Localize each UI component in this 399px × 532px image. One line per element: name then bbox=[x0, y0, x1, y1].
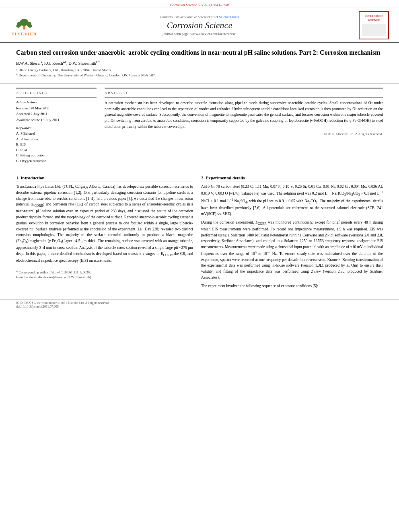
keyword-2: A. Polarization bbox=[16, 137, 97, 142]
authors: B.W.A. Sherara, P.G. Keecha,b, D.W. Shoe… bbox=[16, 60, 383, 66]
abstract-heading: ABSTRACT bbox=[105, 91, 383, 95]
svg-point-5 bbox=[28, 24, 32, 28]
keyword-3: B. EIS bbox=[16, 142, 97, 148]
keyword-5: C. Pitting corrosion bbox=[16, 153, 97, 158]
top-banner: Corrosion Science 53 (2011) 3643–3650 bbox=[0, 0, 399, 8]
word-one: One bbox=[84, 191, 90, 195]
bottom-bar: 0010-938X/$ – see front matter © 2011 El… bbox=[0, 299, 399, 310]
cs-logo-details bbox=[362, 23, 386, 36]
divider bbox=[16, 97, 97, 98]
footnote-section: * Corresponding author. Tel.: +1 519 661… bbox=[16, 268, 193, 280]
abstract-column: ABSTRACT A corrosion mechanism has been … bbox=[105, 88, 383, 167]
accepted-date: Accepted 2 July 2011 bbox=[16, 111, 97, 117]
abstract-divider bbox=[105, 97, 383, 98]
available-date: Available online 13 July 2011 bbox=[16, 117, 97, 123]
article-info-heading: ARTICLE INFO bbox=[16, 91, 97, 95]
svg-point-4 bbox=[16, 24, 21, 28]
introduction-column: 1. Introduction TransCanada Pipe Lines L… bbox=[16, 175, 193, 291]
article-title: Carbon steel corrosion under anaerobic–a… bbox=[16, 48, 383, 57]
introduction-heading: 1. Introduction bbox=[16, 175, 193, 181]
cs-logo-box: CORROSIONSCIENCE bbox=[359, 11, 389, 39]
page-container: Corrosion Science 53 (2011) 3643–3650 EL… bbox=[0, 0, 399, 532]
cs-logo-title: CORROSIONSCIENCE bbox=[365, 14, 383, 22]
doi-line: doi:10.1016/j.corsci.2011.07.008 bbox=[16, 305, 383, 308]
affiliation-a: ᵃ Blade Energy Partners, Ltd., Houston, … bbox=[16, 68, 383, 73]
elsevier-brand: ELSEVIER bbox=[11, 31, 37, 36]
journal-title: Corrosion Science bbox=[44, 20, 355, 31]
keywords-heading: Keywords: bbox=[16, 126, 97, 130]
article-history-label: Article history: bbox=[16, 100, 97, 104]
experimental-paragraph-2: During the corrosion experiment, ECORR w… bbox=[201, 220, 383, 281]
elsevier-tree-icon bbox=[12, 14, 36, 31]
sciencedirect-link[interactable]: ScienceDirect bbox=[219, 15, 239, 19]
issn-line: 0010-938X/$ – see front matter © 2011 El… bbox=[16, 301, 383, 305]
body-section: 1. Introduction TransCanada Pipe Lines L… bbox=[0, 171, 399, 295]
article-title-section: Carbon steel corrosion under anaerobic–a… bbox=[0, 43, 399, 84]
journal-homepage: journal homepage: www.elsevier.com/locat… bbox=[44, 32, 355, 36]
elsevier-logo: ELSEVIER bbox=[8, 14, 40, 36]
experimental-paragraph-1: A516 Gr 70 carbon steel (0.23 C; 1.11 Mn… bbox=[201, 184, 383, 217]
email-footnote: E-mail address: dwshoesm@uwo.ca (D.W. Sh… bbox=[16, 275, 193, 280]
article-info-abstract-section: ARTICLE INFO Article history: Received 3… bbox=[0, 84, 399, 171]
experimental-column: 2. Experimental details A516 Gr 70 carbo… bbox=[201, 175, 383, 291]
email-value: dwshoesm@uwo.ca (D.W. Shoesmith). bbox=[38, 275, 92, 279]
affiliations: ᵃ Blade Energy Partners, Ltd., Houston, … bbox=[16, 68, 383, 78]
keyword-6: C. Oxygen reduction bbox=[16, 158, 97, 164]
keyword-1: A. Mild steel bbox=[16, 131, 97, 137]
experimental-paragraph-3: The experiment involved the following se… bbox=[201, 283, 383, 289]
affiliation-b: ᵇ Department of Chemistry, The Universit… bbox=[16, 73, 383, 78]
copyright-line: © 2011 Elsevier Ltd. All rights reserved… bbox=[105, 132, 383, 136]
experimental-heading: 2. Experimental details bbox=[201, 175, 383, 181]
received-date: Received 30 May 2011 bbox=[16, 105, 97, 111]
article-info-column: ARTICLE INFO Article history: Received 3… bbox=[16, 88, 97, 167]
email-label: E-mail address: bbox=[16, 275, 37, 279]
corresponding-author-footnote: * Corresponding author. Tel.: +1 519 661… bbox=[16, 270, 193, 275]
header-center: Contents lists available at ScienceDirec… bbox=[44, 15, 355, 36]
sciencedirect-line: Contents lists available at ScienceDirec… bbox=[44, 15, 355, 19]
corrosion-science-logo: CORROSIONSCIENCE bbox=[359, 11, 391, 39]
introduction-paragraph: TransCanada Pipe Lines Ltd. (TCPL, Calga… bbox=[16, 184, 193, 264]
journal-reference: Corrosion Science 53 (2011) 3643–3650 bbox=[170, 3, 229, 7]
abstract-text: A corrosion mechanism has been developed… bbox=[105, 100, 383, 130]
keyword-4: C. Rust bbox=[16, 148, 97, 153]
header-section: ELSEVIER Contents lists available at Sci… bbox=[0, 8, 399, 43]
